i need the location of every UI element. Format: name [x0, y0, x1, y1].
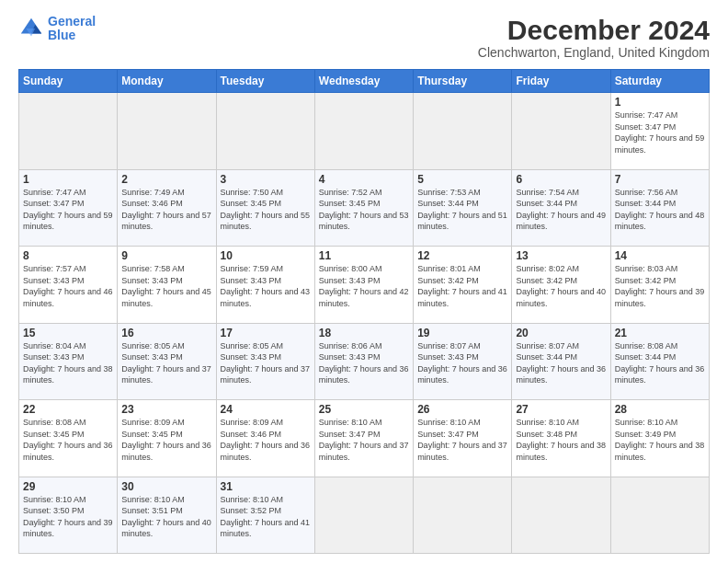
day-info: Sunrise: 8:10 AMSunset: 3:52 PMDaylight:… — [221, 494, 311, 540]
calendar-cell: 5Sunrise: 7:53 AMSunset: 3:44 PMDaylight… — [414, 169, 512, 247]
day-info: Sunrise: 7:47 AMSunset: 3:47 PMDaylight:… — [23, 187, 113, 233]
day-info: Sunrise: 7:52 AMSunset: 3:45 PMDaylight:… — [319, 187, 409, 233]
header: General Blue December 2024 Clenchwarton,… — [18, 15, 710, 60]
day-number: 20 — [516, 327, 606, 339]
col-header-friday: Friday — [512, 70, 610, 93]
day-number: 22 — [23, 403, 113, 416]
calendar-cell: 25Sunrise: 8:10 AMSunset: 3:47 PMDayligh… — [314, 400, 413, 477]
day-info: Sunrise: 8:00 AMSunset: 3:43 PMDaylight:… — [319, 263, 409, 309]
calendar-cell: 17Sunrise: 8:05 AMSunset: 3:43 PMDayligh… — [216, 323, 314, 400]
day-info: Sunrise: 8:07 AMSunset: 3:44 PMDaylight:… — [516, 340, 606, 386]
calendar-row-5: 22Sunrise: 8:08 AMSunset: 3:45 PMDayligh… — [19, 400, 710, 477]
day-info: Sunrise: 8:10 AMSunset: 3:49 PMDaylight:… — [615, 417, 705, 463]
calendar-cell — [216, 93, 314, 170]
day-number: 13 — [516, 249, 606, 262]
calendar-cell: 23Sunrise: 8:09 AMSunset: 3:45 PMDayligh… — [118, 400, 216, 477]
calendar-cell: 16Sunrise: 8:05 AMSunset: 3:43 PMDayligh… — [118, 323, 216, 400]
day-info: Sunrise: 8:05 AMSunset: 3:43 PMDaylight:… — [221, 340, 311, 386]
day-info: Sunrise: 8:02 AMSunset: 3:42 PMDaylight:… — [516, 263, 606, 309]
logo-blue: Blue — [48, 29, 96, 42]
calendar-cell: 14Sunrise: 8:03 AMSunset: 3:42 PMDayligh… — [610, 247, 709, 324]
day-number: 1 — [615, 96, 705, 109]
col-header-tuesday: Tuesday — [216, 70, 314, 93]
calendar-row-4: 15Sunrise: 8:04 AMSunset: 3:43 PMDayligh… — [19, 323, 710, 400]
day-number: 19 — [417, 327, 507, 339]
day-number: 12 — [417, 249, 507, 262]
day-number: 11 — [319, 249, 409, 262]
col-header-wednesday: Wednesday — [314, 70, 413, 93]
day-number: 27 — [516, 403, 606, 416]
day-number: 5 — [417, 173, 507, 186]
calendar-cell: 10Sunrise: 7:59 AMSunset: 3:43 PMDayligh… — [216, 247, 314, 324]
calendar-cell: 15Sunrise: 8:04 AMSunset: 3:43 PMDayligh… — [19, 323, 118, 400]
day-info: Sunrise: 8:06 AMSunset: 3:43 PMDaylight:… — [319, 340, 409, 386]
logo-icon — [18, 16, 44, 41]
day-number: 23 — [121, 403, 211, 416]
calendar-cell: 22Sunrise: 8:08 AMSunset: 3:45 PMDayligh… — [19, 400, 118, 477]
calendar-cell: 13Sunrise: 8:02 AMSunset: 3:42 PMDayligh… — [512, 247, 610, 324]
calendar-cell: 4Sunrise: 7:52 AMSunset: 3:45 PMDaylight… — [314, 169, 413, 247]
day-number: 10 — [221, 249, 311, 262]
calendar-cell: 8Sunrise: 7:57 AMSunset: 3:43 PMDaylight… — [19, 247, 118, 324]
calendar-cell: 29Sunrise: 8:10 AMSunset: 3:50 PMDayligh… — [19, 477, 118, 554]
day-number: 3 — [221, 173, 311, 186]
day-info: Sunrise: 8:07 AMSunset: 3:43 PMDaylight:… — [417, 340, 507, 386]
calendar-cell — [414, 477, 512, 554]
day-info: Sunrise: 8:03 AMSunset: 3:42 PMDaylight:… — [615, 263, 705, 309]
day-info: Sunrise: 7:59 AMSunset: 3:43 PMDaylight:… — [221, 263, 311, 309]
calendar-row-3: 8Sunrise: 7:57 AMSunset: 3:43 PMDaylight… — [19, 247, 710, 324]
day-number: 18 — [319, 327, 409, 339]
day-info: Sunrise: 8:09 AMSunset: 3:46 PMDaylight:… — [221, 417, 311, 463]
day-info: Sunrise: 7:54 AMSunset: 3:44 PMDaylight:… — [516, 187, 606, 233]
day-number: 1 — [23, 173, 113, 186]
calendar-cell: 1Sunrise: 7:47 AMSunset: 3:47 PMDaylight… — [19, 169, 118, 247]
calendar-cell: 20Sunrise: 8:07 AMSunset: 3:44 PMDayligh… — [512, 323, 610, 400]
calendar-cell: 1Sunrise: 7:47 AMSunset: 3:47 PMDaylight… — [610, 93, 709, 170]
calendar-row-2: 1Sunrise: 7:47 AMSunset: 3:47 PMDaylight… — [19, 169, 710, 247]
day-info: Sunrise: 7:58 AMSunset: 3:43 PMDaylight:… — [121, 263, 211, 309]
day-info: Sunrise: 7:53 AMSunset: 3:44 PMDaylight:… — [417, 187, 507, 233]
day-number: 26 — [417, 403, 507, 416]
day-number: 17 — [221, 327, 311, 339]
calendar-cell — [512, 93, 610, 170]
calendar-row-6: 29Sunrise: 8:10 AMSunset: 3:50 PMDayligh… — [19, 477, 710, 554]
day-number: 28 — [615, 403, 705, 416]
logo-general: General — [48, 14, 96, 29]
day-info: Sunrise: 8:10 AMSunset: 3:47 PMDaylight:… — [417, 417, 507, 463]
day-info: Sunrise: 8:10 AMSunset: 3:47 PMDaylight:… — [319, 417, 409, 463]
day-number: 2 — [121, 173, 211, 186]
title-block: December 2024 Clenchwarton, England, Uni… — [478, 15, 710, 60]
day-info: Sunrise: 8:08 AMSunset: 3:45 PMDaylight:… — [23, 417, 113, 463]
calendar-cell: 30Sunrise: 8:10 AMSunset: 3:51 PMDayligh… — [118, 477, 216, 554]
logo: General Blue — [18, 15, 96, 43]
day-number: 31 — [221, 480, 311, 493]
page: General Blue December 2024 Clenchwarton,… — [0, 0, 728, 563]
col-header-thursday: Thursday — [414, 70, 512, 93]
calendar-cell: 24Sunrise: 8:09 AMSunset: 3:46 PMDayligh… — [216, 400, 314, 477]
calendar-cell — [314, 477, 413, 554]
day-number: 21 — [615, 327, 705, 339]
calendar-cell: 31Sunrise: 8:10 AMSunset: 3:52 PMDayligh… — [216, 477, 314, 554]
calendar-cell — [414, 93, 512, 170]
calendar-cell: 2Sunrise: 7:49 AMSunset: 3:46 PMDaylight… — [118, 169, 216, 247]
subtitle: Clenchwarton, England, United Kingdom — [478, 45, 710, 60]
main-title: December 2024 — [478, 15, 710, 45]
calendar-cell: 28Sunrise: 8:10 AMSunset: 3:49 PMDayligh… — [610, 400, 709, 477]
day-info: Sunrise: 8:01 AMSunset: 3:42 PMDaylight:… — [417, 263, 507, 309]
day-number: 16 — [121, 327, 211, 339]
calendar-cell: 21Sunrise: 8:08 AMSunset: 3:44 PMDayligh… — [610, 323, 709, 400]
calendar-header-row: SundayMondayTuesdayWednesdayThursdayFrid… — [19, 70, 710, 93]
day-number: 7 — [615, 173, 705, 186]
calendar-cell: 18Sunrise: 8:06 AMSunset: 3:43 PMDayligh… — [314, 323, 413, 400]
day-info: Sunrise: 8:04 AMSunset: 3:43 PMDaylight:… — [23, 340, 113, 386]
day-number: 15 — [23, 327, 113, 339]
calendar-cell: 11Sunrise: 8:00 AMSunset: 3:43 PMDayligh… — [314, 247, 413, 324]
calendar-cell — [512, 477, 610, 554]
day-number: 25 — [319, 403, 409, 416]
day-number: 29 — [23, 480, 113, 493]
calendar-cell: 27Sunrise: 8:10 AMSunset: 3:48 PMDayligh… — [512, 400, 610, 477]
calendar-cell: 6Sunrise: 7:54 AMSunset: 3:44 PMDaylight… — [512, 169, 610, 247]
col-header-monday: Monday — [118, 70, 216, 93]
day-info: Sunrise: 8:05 AMSunset: 3:43 PMDaylight:… — [121, 340, 211, 386]
logo-text: General Blue — [48, 15, 96, 43]
